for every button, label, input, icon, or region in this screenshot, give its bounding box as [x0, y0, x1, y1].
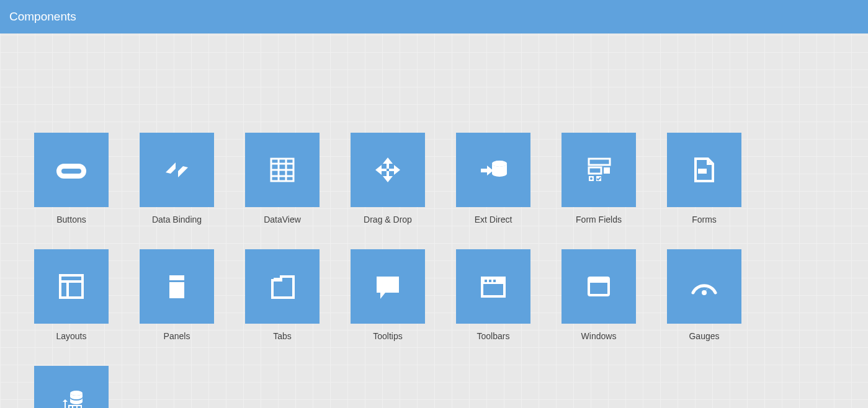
drag-drop-icon [351, 133, 425, 207]
svg-rect-16 [60, 275, 83, 298]
page-title: Components [9, 10, 76, 24]
tile-label: Forms [692, 215, 717, 224]
toolbars-icon [456, 249, 530, 324]
tile-enterprise[interactable]: Enterprise [19, 366, 124, 408]
layouts-icon [34, 249, 109, 324]
svg-rect-24 [485, 280, 487, 282]
tile-label: Gauges [689, 331, 719, 341]
tile-toolbars[interactable]: Toolbars [441, 249, 546, 341]
svg-rect-15 [698, 169, 707, 174]
tile-data-binding[interactable]: Data Binding [124, 133, 230, 224]
gauges-icon [667, 249, 741, 324]
dataview-icon [245, 133, 320, 207]
tabs-icon [245, 249, 320, 324]
tooltips-icon [351, 249, 425, 324]
tile-windows[interactable]: Windows [546, 249, 651, 341]
tile-label: Layouts [56, 331, 86, 341]
tile-ext-direct[interactable]: Ext Direct [441, 133, 546, 224]
svg-rect-10 [589, 167, 601, 174]
tile-tabs[interactable]: Tabs [230, 249, 335, 341]
tile-label: Windows [581, 331, 617, 341]
form-fields-icon [562, 133, 636, 207]
tile-dataview[interactable]: DataView [230, 133, 335, 224]
svg-point-14 [590, 177, 593, 180]
tile-label: Ext Direct [475, 215, 512, 224]
tile-label: Drag & Drop [364, 215, 412, 224]
tile-drag-drop[interactable]: Drag & Drop [335, 133, 441, 224]
windows-icon [562, 249, 636, 324]
tile-label: Panels [164, 331, 190, 341]
svg-rect-9 [589, 159, 610, 165]
tile-gauges[interactable]: Gauges [651, 249, 757, 341]
svg-point-30 [70, 391, 83, 396]
tile-tooltips[interactable]: Tooltips [335, 249, 441, 341]
page-header: Components [0, 0, 868, 33]
tile-layouts[interactable]: Layouts [19, 249, 124, 341]
tile-panels[interactable]: Panels [124, 249, 230, 341]
tile-label: Tooltips [373, 331, 402, 341]
tile-label: DataView [264, 215, 301, 224]
component-grid: Buttons Data Binding DataView Drag & Dro… [0, 33, 868, 408]
svg-rect-21 [274, 278, 281, 282]
button-icon [34, 133, 109, 207]
enterprise-icon [34, 366, 109, 408]
svg-rect-25 [489, 280, 491, 282]
tile-buttons[interactable]: Buttons [19, 133, 124, 224]
svg-rect-31 [69, 406, 81, 408]
data-binding-icon [140, 133, 214, 207]
forms-icon [667, 133, 741, 207]
tile-label: Buttons [56, 215, 86, 224]
svg-rect-20 [169, 282, 184, 298]
panels-icon [140, 249, 214, 324]
tile-label: Data Binding [152, 215, 202, 224]
tile-label: Tabs [273, 331, 292, 341]
tile-form-fields[interactable]: Form Fields [546, 133, 651, 224]
svg-point-8 [492, 161, 507, 167]
svg-rect-19 [169, 275, 184, 280]
tile-label: Form Fields [576, 215, 622, 224]
tile-forms[interactable]: Forms [651, 133, 757, 224]
ext-direct-icon [456, 133, 530, 207]
svg-rect-26 [493, 280, 496, 282]
svg-rect-11 [604, 167, 610, 174]
tile-label: Toolbars [477, 331, 510, 341]
svg-rect-28 [589, 278, 609, 283]
